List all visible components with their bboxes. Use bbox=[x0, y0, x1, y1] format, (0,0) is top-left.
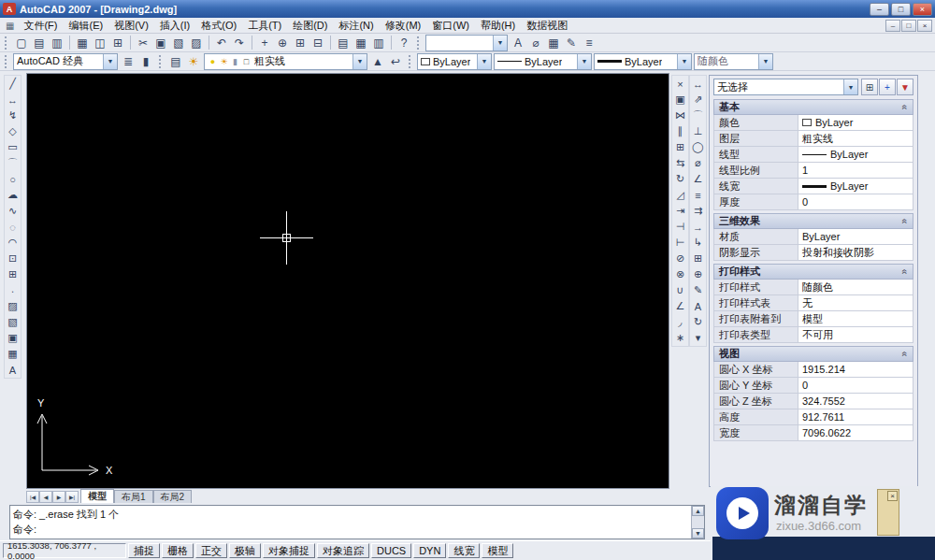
tab-layout1[interactable]: 布局1 bbox=[114, 490, 153, 503]
new-file-icon[interactable]: ▢ bbox=[13, 35, 30, 51]
polygon-icon[interactable]: ◇ bbox=[5, 123, 21, 139]
offset-icon[interactable]: ∥ bbox=[672, 123, 688, 139]
workspace-lock-icon[interactable]: ▮ bbox=[137, 53, 154, 70]
layer-on-icon[interactable]: ● bbox=[208, 57, 218, 66]
break-icon[interactable]: ⊗ bbox=[672, 266, 688, 282]
mdi-minimize-button[interactable]: – bbox=[885, 20, 900, 32]
menu-item-9[interactable]: 窗口(W) bbox=[426, 18, 475, 33]
status-toggle-4[interactable]: 对象捕捉 bbox=[263, 543, 315, 558]
property-value[interactable]: 无 bbox=[798, 295, 913, 310]
move-icon[interactable]: ⇆ bbox=[672, 155, 688, 171]
ellipse-icon[interactable]: ◌ bbox=[5, 219, 21, 235]
angular-dimension-icon[interactable]: ∠ bbox=[690, 171, 706, 187]
status-toggle-1[interactable]: 栅格 bbox=[162, 543, 194, 558]
property-value[interactable]: 1915.214 bbox=[798, 362, 913, 377]
linetype-combo[interactable]: ByLayer ▼ bbox=[494, 53, 592, 70]
palette-section-header[interactable]: 视图« bbox=[713, 346, 913, 362]
drawing-canvas[interactable]: Y X bbox=[26, 73, 669, 489]
array-icon[interactable]: ⊞ bbox=[672, 139, 688, 155]
plot-style-combo[interactable]: 随颜色 ▼ bbox=[694, 53, 773, 70]
menu-item-0[interactable]: 文件(F) bbox=[18, 18, 63, 33]
table-style-icon[interactable]: ▦ bbox=[545, 35, 562, 51]
property-value[interactable]: 1 bbox=[798, 163, 913, 178]
chevron-down-icon[interactable]: ▼ bbox=[493, 36, 507, 50]
lineweight-combo[interactable]: ByLayer ▼ bbox=[594, 53, 692, 70]
diameter-dimension-icon[interactable]: ⌀ bbox=[690, 155, 706, 171]
point-icon[interactable]: ∙ bbox=[5, 282, 21, 298]
match-properties-icon[interactable]: ▨ bbox=[188, 35, 205, 51]
select-objects-icon[interactable]: + bbox=[879, 79, 896, 95]
arc-length-dimension-icon[interactable]: ⌒ bbox=[690, 108, 706, 123]
property-value[interactable]: 0 bbox=[798, 378, 913, 393]
layer-combo[interactable]: ●☀▮□ 粗实线 ▼ bbox=[204, 53, 367, 70]
dimension-update-icon[interactable]: ↻ bbox=[690, 314, 706, 330]
menu-item-5[interactable]: 工具(T) bbox=[242, 18, 287, 33]
sketch-icon[interactable]: ✎ bbox=[563, 35, 580, 51]
dimension-style-icon[interactable]: ⌀ bbox=[527, 35, 544, 51]
palette-section-header[interactable]: 基本« bbox=[713, 99, 913, 115]
trim-icon[interactable]: ⊣ bbox=[672, 219, 688, 235]
menu-item-7[interactable]: 标注(N) bbox=[333, 18, 379, 33]
gradient-icon[interactable]: ▧ bbox=[5, 314, 21, 330]
layer-color-icon[interactable]: □ bbox=[241, 57, 252, 66]
status-toggle-0[interactable]: 捕捉 bbox=[128, 543, 160, 558]
workspace-combo[interactable]: AutoCAD 经典 ▼ bbox=[13, 53, 118, 70]
hatch-icon[interactable]: ▨ bbox=[5, 298, 21, 314]
multiline-text-icon[interactable]: A bbox=[5, 362, 21, 378]
mdi-restore-button[interactable]: □ bbox=[901, 20, 916, 32]
baseline-dimension-icon[interactable]: ⇉ bbox=[690, 203, 706, 219]
palette-section-header[interactable]: 三维效果« bbox=[713, 213, 913, 229]
collapse-chevron-icon[interactable]: « bbox=[900, 219, 911, 224]
chevron-down-icon[interactable]: ▼ bbox=[477, 54, 491, 69]
explode-icon[interactable]: ∗ bbox=[672, 330, 688, 346]
status-toggle-7[interactable]: DYN bbox=[413, 543, 446, 558]
chevron-down-icon[interactable]: ▼ bbox=[758, 54, 772, 69]
tab-prev-icon[interactable]: ◀ bbox=[39, 491, 52, 503]
mirror-icon[interactable]: ⋈ bbox=[672, 108, 688, 123]
tolerance-icon[interactable]: ⊞ bbox=[690, 251, 706, 266]
toolbar-grip[interactable] bbox=[417, 36, 421, 50]
titlebar[interactable]: A AutoCAD 2007 - [Drawing2.dwg] – □ × bbox=[0, 0, 935, 18]
revision-cloud-icon[interactable]: ☁ bbox=[5, 187, 21, 203]
linear-dimension-icon[interactable]: ↔ bbox=[690, 76, 706, 92]
property-value[interactable]: 投射和接收阴影 bbox=[798, 245, 913, 260]
chevron-down-icon[interactable]: ▼ bbox=[577, 54, 591, 69]
property-value[interactable]: 随颜色 bbox=[798, 280, 913, 294]
property-value[interactable]: 粗实线 bbox=[798, 131, 913, 146]
status-toggle-5[interactable]: 对象追踪 bbox=[317, 543, 369, 558]
menu-item-1[interactable]: 编辑(E) bbox=[64, 18, 109, 33]
property-value[interactable]: 不可用 bbox=[798, 327, 913, 342]
redo-icon[interactable]: ↷ bbox=[231, 35, 248, 51]
chevron-down-icon[interactable]: ▼ bbox=[677, 54, 691, 69]
property-value[interactable]: 7096.0622 bbox=[798, 425, 913, 440]
extend-icon[interactable]: ⊢ bbox=[672, 235, 688, 251]
command-window[interactable]: 命令: _.erase 找到 1 个命令: ▲ ▼ bbox=[9, 505, 705, 539]
dimension-text-edit-icon[interactable]: A bbox=[690, 298, 706, 314]
tab-next-icon[interactable]: ▶ bbox=[52, 491, 65, 503]
style-combo[interactable]: ▼ bbox=[425, 35, 508, 51]
continue-dimension-icon[interactable]: → bbox=[690, 219, 706, 235]
document-icon[interactable]: ▦ bbox=[6, 21, 14, 31]
quick-leader-icon[interactable]: ↳ bbox=[690, 235, 706, 251]
toolbar-grip[interactable] bbox=[5, 36, 8, 50]
cut-icon[interactable]: ✂ bbox=[135, 35, 151, 51]
chamfer-icon[interactable]: ∠ bbox=[672, 298, 688, 314]
stretch-icon[interactable]: ⇥ bbox=[672, 203, 688, 219]
aligned-dimension-icon[interactable]: ⇗ bbox=[690, 92, 706, 108]
tool-palettes-icon[interactable]: ▥ bbox=[370, 35, 387, 51]
mdi-close-button[interactable]: × bbox=[917, 20, 932, 32]
quick-select-icon[interactable]: ▼ bbox=[897, 79, 913, 95]
properties-icon[interactable]: ▤ bbox=[335, 35, 352, 51]
break-at-point-icon[interactable]: ⊘ bbox=[672, 251, 688, 266]
menu-item-11[interactable]: 数据视图 bbox=[521, 18, 573, 33]
rectangle-icon[interactable]: ▭ bbox=[5, 139, 21, 155]
zoom-realtime-icon[interactable]: ⊕ bbox=[274, 35, 291, 51]
command-scrollbar[interactable]: ▲ ▼ bbox=[691, 506, 704, 538]
palette-section-header[interactable]: 打印样式« bbox=[713, 264, 913, 280]
status-toggle-3[interactable]: 极轴 bbox=[229, 543, 261, 558]
publish-icon[interactable]: ⊞ bbox=[109, 35, 126, 51]
quick-dimension-icon[interactable]: ≡ bbox=[690, 187, 706, 203]
radius-dimension-icon[interactable]: ◯ bbox=[690, 139, 706, 155]
insert-block-icon[interactable]: ⊡ bbox=[5, 251, 21, 266]
minimize-button[interactable]: – bbox=[870, 3, 889, 16]
